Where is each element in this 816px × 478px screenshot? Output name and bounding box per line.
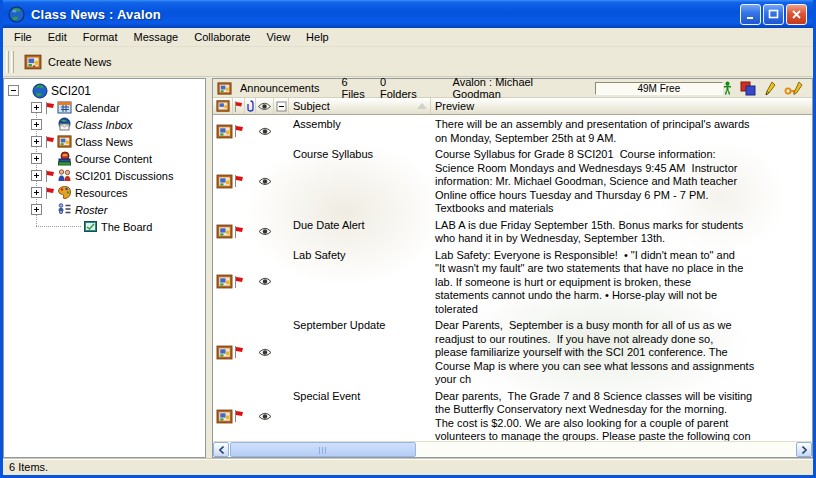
chevron-right-icon [802,446,807,454]
minimize-button[interactable] [740,4,761,25]
storage-free-label: 49M Free [637,83,680,94]
expand-plus-icon[interactable] [31,204,42,215]
globe-icon [32,83,48,99]
close-button[interactable] [786,4,807,25]
column-item-icon[interactable] [213,98,233,114]
message-list: Assembly There will be an assembly and p… [213,115,812,441]
expand-plus-icon[interactable] [31,136,42,147]
message-panel: Announcements 6 Files 0 Folders Avalon :… [212,78,813,458]
scrollbar-track[interactable] [416,442,796,457]
create-news-button[interactable]: Create News [16,51,122,73]
subject-column-label: Subject [293,100,330,112]
column-header-row: Subject Preview [213,98,812,115]
news-item-icon [216,173,233,190]
collapse-all-control[interactable] [274,98,289,114]
sidebar-item-resources[interactable]: Resources [4,184,205,201]
pencil-icon[interactable] [764,81,776,96]
news-item-icon [216,223,233,240]
message-row-special-event[interactable]: Special Event Dear parents, The Grade 7 … [213,387,812,442]
toolbar-gripper[interactable] [11,51,14,73]
sidebar-item-course-content[interactable]: Course Content [4,150,205,167]
roster-icon [57,202,72,217]
sidebar-item-class-news[interactable]: Class News [4,133,205,150]
eye-icon [258,227,272,236]
eye-icon [258,177,272,186]
resources-icon [57,185,72,200]
news-board-icon [217,81,232,96]
menu-view[interactable]: View [258,29,298,45]
menu-collaborate[interactable]: Collaborate [186,29,258,45]
expand-plus-icon[interactable] [31,170,42,181]
overlapping-windows-icon[interactable] [740,81,756,96]
news-board-icon [57,134,72,149]
column-attachment[interactable] [245,98,256,114]
conference-name: Announcements [240,82,320,94]
expand-plus-icon[interactable] [31,153,42,164]
title-bar[interactable]: Class News : Avalon [3,0,813,28]
expand-plus-icon[interactable] [31,119,42,130]
collapse-minus-icon [276,101,287,112]
flag-icon [234,276,244,288]
menu-edit[interactable]: Edit [40,29,75,45]
sidebar-item-calendar[interactable]: Calendar [4,99,205,116]
sidebar-item-label: Resources [75,187,128,199]
flag-icon [45,170,55,182]
sidebar-item-label: Class Inbox [75,119,132,131]
horizontal-scrollbar[interactable] [213,441,812,457]
collapse-minus-icon[interactable] [8,85,19,96]
eye-icon [258,127,272,136]
person-icon[interactable] [723,81,732,95]
discussions-icon [57,168,72,183]
message-row-assembly[interactable]: Assembly There will be an assembly and p… [213,115,812,145]
message-subject: Due Date Alert [289,218,431,246]
message-subject: September Update [289,318,431,387]
menu-help[interactable]: Help [298,29,337,45]
news-item-icon [216,123,233,140]
sidebar-item-label: Calendar [75,102,120,114]
menu-message[interactable]: Message [126,29,187,45]
column-preview[interactable]: Preview [431,100,812,112]
column-flag[interactable] [233,98,245,114]
menu-format[interactable]: Format [75,29,126,45]
sidebar-item-label: SCI201 Discussions [75,170,173,182]
key-pencil-icon[interactable] [784,81,804,96]
sidebar-item-roster[interactable]: Roster [4,201,205,218]
flag-icon [234,125,244,137]
toolbar: Create News [3,47,813,77]
globe-icon [8,6,25,23]
message-preview: Lab Safety: Everyone is Responsible! • "… [431,248,812,317]
message-row-due-date-alert[interactable]: Due Date Alert LAB A is due Friday Septe… [213,216,812,246]
tree-root-label: SCI201 [51,84,91,98]
expand-plus-icon[interactable] [31,187,42,198]
flag-icon [234,175,244,187]
message-row-course-syllabus[interactable]: Course Syllabus Course Syllabus for Grad… [213,145,812,216]
message-row-september-update[interactable]: September Update Dear Parents, September… [213,316,812,387]
expand-plus-icon[interactable] [31,102,42,113]
preview-column-label: Preview [435,100,474,112]
message-preview: LAB A is due Friday September 15th. Bonu… [431,218,812,246]
message-row-lab-safety[interactable]: Lab Safety Lab Safety: Everyone is Respo… [213,246,812,317]
message-subject: Special Event [289,389,431,442]
message-preview: Course Syllabus for Grade 8 SCI201 Cours… [431,147,812,216]
menu-file[interactable]: File [6,29,40,45]
scroll-right-button[interactable] [796,442,812,457]
scroll-left-button[interactable] [213,442,229,457]
sidebar-item-label: The Board [101,221,152,233]
column-read-status[interactable] [256,98,274,114]
sidebar-item-sci201-discussions[interactable]: SCI201 Discussions [4,167,205,184]
scrollbar-thumb[interactable] [230,442,416,457]
column-subject[interactable]: Subject [289,98,431,114]
maximize-button[interactable] [763,4,784,25]
flag-icon [45,187,55,199]
menu-bar: File Edit Format Message Collaborate Vie… [3,28,813,47]
conference-tree: SCI201 Calendar [3,78,206,458]
flag-icon [45,102,55,114]
calendar-icon [57,100,72,115]
news-item-icon [216,408,233,425]
sidebar-item-the-board[interactable]: The Board [4,218,205,235]
news-board-icon [24,53,42,71]
sidebar-item-class-inbox[interactable]: Class Inbox [4,116,205,133]
message-preview: Dear Parents, September is a busy month … [431,318,812,387]
tree-root-sci201[interactable]: SCI201 [4,82,205,99]
toolbar-gripper[interactable] [6,51,9,73]
